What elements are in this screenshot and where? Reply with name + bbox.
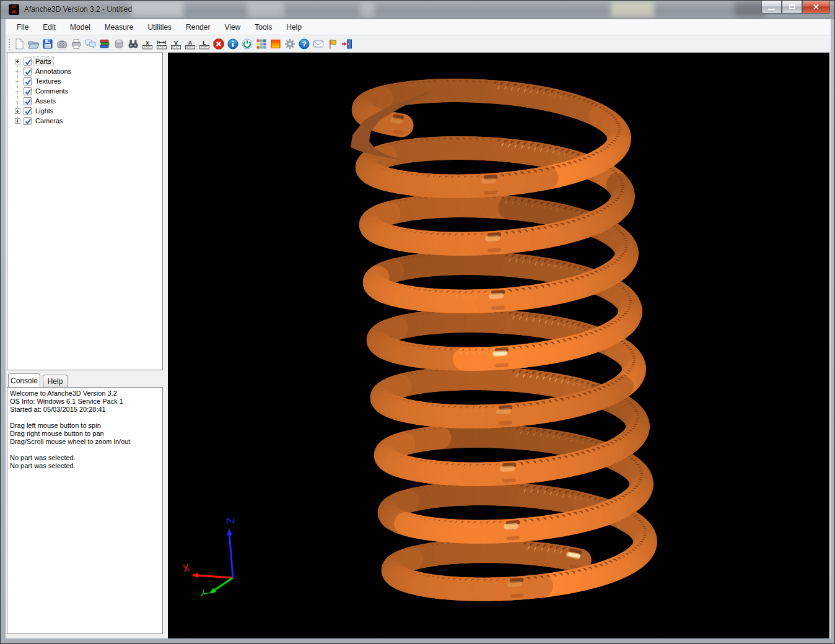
menu-bar: File Edit Model Measure Utilities Render…: [6, 19, 831, 35]
console-panel[interactable]: Welcome to Afanche3D Version 3.2 OS Info…: [7, 387, 163, 634]
toolbar-button-books[interactable]: [98, 37, 112, 51]
y-axis-label: Y: [197, 588, 209, 600]
svg-text:?: ?: [302, 40, 306, 48]
toolbar-button-open-folder[interactable]: [27, 37, 41, 51]
checkbox-checked-icon[interactable]: [24, 107, 32, 115]
titlebar-reflection: [611, 2, 654, 17]
tree-branch-stub: [15, 101, 20, 102]
tab-console[interactable]: Console: [8, 373, 40, 387]
printer-icon: [70, 38, 82, 50]
save-icon: [42, 38, 54, 50]
svg-text:L: L: [203, 39, 206, 45]
toolbar-button-save[interactable]: [41, 37, 55, 51]
toolbar-button-measure-a[interactable]: A: [183, 37, 198, 51]
menu-render[interactable]: Render: [180, 20, 216, 34]
console-line: No part was selected.: [10, 462, 161, 470]
toolbar-button-binoculars[interactable]: [126, 37, 141, 51]
settings-gear-icon: [284, 38, 296, 50]
expand-icon[interactable]: [15, 59, 20, 64]
checkbox-checked-icon[interactable]: [24, 97, 32, 105]
email-icon: [312, 38, 325, 50]
tree-item-textures[interactable]: Textures: [11, 76, 162, 86]
toolbar-button-measure-distance[interactable]: [155, 37, 169, 51]
checkbox-checked-icon[interactable]: [24, 58, 32, 66]
minimize-icon: [768, 9, 775, 11]
axis-triad: X Y Z: [181, 518, 235, 600]
titlebar[interactable]: AT 3D Afanche3D Version 3.2 - Untitled ✕: [1, 1, 834, 19]
open-folder-icon: [27, 38, 40, 50]
tree-item-parts[interactable]: Parts: [11, 56, 162, 66]
toolbar-button-print[interactable]: [69, 37, 84, 51]
toolbar-button-camera-snapshot[interactable]: [55, 37, 69, 51]
menu-utilities[interactable]: Utilities: [141, 20, 178, 34]
binoculars-icon: [127, 38, 139, 50]
checkbox-checked-icon[interactable]: [24, 67, 32, 76]
window-title: Afanche3D Version 3.2 - Untitled: [24, 5, 132, 14]
titlebar-reflection: [247, 2, 284, 17]
titlebar-reflection: [735, 2, 764, 17]
menu-view[interactable]: View: [218, 20, 247, 34]
console-line: OS Info: Windows 6.1 Service Pack 1: [10, 398, 161, 406]
stop-delete-icon: [212, 38, 225, 50]
tree-item-lights[interactable]: Lights: [11, 106, 162, 116]
menu-model[interactable]: Model: [64, 20, 97, 34]
checkbox-checked-icon[interactable]: [24, 117, 32, 125]
tree-item-annotations[interactable]: Annotations: [11, 66, 162, 76]
maximize-button[interactable]: [782, 1, 802, 14]
power-icon: [241, 38, 253, 50]
toolbar-button-color-palette[interactable]: [255, 37, 269, 51]
tree-branch-stub: [15, 91, 20, 92]
toolbar-button-measure-x[interactable]: x: [141, 37, 155, 51]
maximize-icon: [789, 4, 795, 9]
x-axis-label: X: [181, 562, 191, 574]
toolbar-button-flag[interactable]: [326, 37, 340, 51]
console-line: Started at: 05/03/2015 20:28:41: [10, 406, 161, 414]
close-button[interactable]: ✕: [802, 1, 830, 14]
toolbar-button-info[interactable]: [226, 37, 240, 51]
toolbar-button-exit[interactable]: [340, 37, 354, 51]
toolbar-button-model-3d[interactable]: [112, 37, 126, 51]
tree-branch-stub: [15, 81, 20, 82]
menu-tools[interactable]: Tools: [248, 20, 278, 34]
toolbar-button-settings[interactable]: [283, 37, 297, 51]
menu-help[interactable]: Help: [280, 20, 308, 34]
help-icon: ?: [298, 38, 310, 50]
svg-text:V: V: [174, 39, 178, 45]
comments-icon: [84, 38, 97, 50]
tree-item-assets[interactable]: Assets: [11, 96, 162, 106]
toolbar-button-measure-l[interactable]: L: [198, 37, 212, 51]
close-icon: ✕: [813, 2, 820, 12]
menu-measure[interactable]: Measure: [98, 20, 140, 34]
z-axis-label: Z: [225, 518, 235, 524]
panel-tab-bar: Console Help: [7, 372, 163, 387]
x-axis-arrow: [191, 573, 198, 578]
toolbar-button-new-document[interactable]: [12, 37, 27, 51]
toolbar-button-comments[interactable]: [84, 37, 98, 51]
spring-model[interactable]: [351, 82, 645, 597]
toolbar-button-measure-v[interactable]: V: [169, 37, 183, 51]
expand-icon[interactable]: [15, 118, 20, 124]
checkbox-checked-icon[interactable]: [24, 77, 32, 85]
minimize-button[interactable]: [761, 1, 782, 14]
material-swatch-icon: [269, 38, 282, 50]
new-document-icon: [13, 38, 25, 50]
menu-edit[interactable]: Edit: [37, 20, 62, 34]
menu-file[interactable]: File: [11, 20, 35, 34]
checkbox-checked-icon[interactable]: [24, 87, 32, 95]
tab-help[interactable]: Help: [43, 375, 68, 387]
titlebar-reflection: [360, 2, 375, 17]
3d-viewport[interactable]: X Y Z: [168, 53, 829, 638]
toolbar-button-email[interactable]: [312, 37, 326, 51]
console-line: Drag right mouse button to pan: [10, 430, 161, 438]
toolbar-button-material-swatch[interactable]: [269, 37, 283, 51]
measure-x-icon: x: [141, 38, 154, 50]
toolbar-button-stop-delete[interactable]: [212, 37, 226, 51]
toolbar-button-power[interactable]: [240, 37, 255, 51]
expand-icon[interactable]: [15, 108, 20, 114]
toolbar-button-help[interactable]: ?: [297, 37, 312, 51]
tree-item-cameras[interactable]: Cameras: [11, 116, 162, 126]
app-window: AT 3D Afanche3D Version 3.2 - Untitled ✕…: [0, 0, 835, 644]
toolbar-grip[interactable]: [8, 38, 11, 50]
flag-icon: [326, 38, 339, 50]
tree-item-comments[interactable]: Comments: [11, 86, 162, 96]
